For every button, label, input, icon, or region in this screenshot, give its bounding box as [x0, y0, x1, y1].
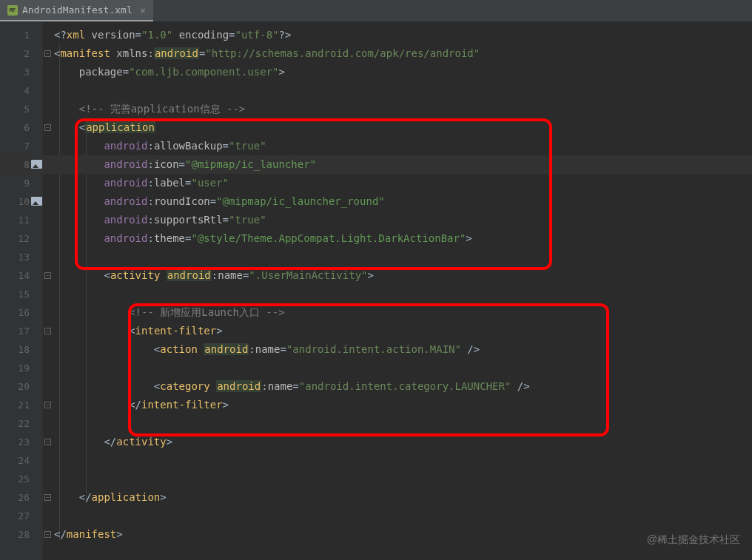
code-line: − <application [43, 118, 752, 137]
line-gutter: 1 2 3 4 5 6 7 8 9 10 11 12 13 14 15 16 1… [0, 22, 43, 560]
code-content[interactable]: <?xml version="1.0" encoding="utf-8"?> −… [43, 22, 752, 560]
fold-icon[interactable]: − [44, 439, 51, 445]
manifest-file-icon: MF [7, 5, 18, 16]
image-gutter-icon [31, 197, 42, 206]
fold-icon[interactable]: − [44, 402, 51, 408]
code-line: − <activity android:name=".UserMainActiv… [43, 266, 752, 285]
code-line-current: android:icon="@mipmap/ic_launcher" [43, 155, 752, 174]
image-gutter-icon [31, 160, 42, 169]
code-line [43, 451, 752, 470]
code-line [43, 359, 752, 377]
code-line: − </intent-filter> [43, 396, 752, 414]
code-line: android:roundIcon="@mipmap/ic_launcher_r… [43, 192, 752, 211]
editor[interactable]: 1 2 3 4 5 6 7 8 9 10 11 12 13 14 15 16 1… [0, 22, 752, 560]
tab-filename: AndroidManifest.xml [22, 4, 132, 16]
fold-icon[interactable]: − [44, 328, 51, 334]
code-line [43, 414, 752, 433]
code-line: android:label="user" [43, 174, 752, 192]
code-line: − </activity> [43, 433, 752, 451]
code-line [43, 81, 752, 100]
code-line: <!-- 完善application信息 --> [43, 100, 752, 118]
tab-bar: MF AndroidManifest.xml × [0, 0, 752, 22]
code-line [43, 470, 752, 488]
code-line: <category android:name="android.intent.c… [43, 377, 752, 396]
code-line: android:allowBackup="true" [43, 137, 752, 155]
fold-icon[interactable]: − [44, 50, 51, 57]
code-line: − </application> [43, 488, 752, 507]
code-line [43, 248, 752, 266]
code-line [43, 285, 752, 303]
code-line: −</manifest> [43, 525, 752, 544]
code-line: android:theme="@style/Theme.AppCompat.Li… [43, 229, 752, 248]
code-line: android:supportsRtl="true" [43, 211, 752, 229]
code-line: −<manifest xmlns:android="http://schemas… [43, 44, 752, 63]
code-line: <!-- 新增应用Launch入口 --> [43, 303, 752, 322]
code-line [43, 507, 752, 525]
code-line: <?xml version="1.0" encoding="utf-8"?> [43, 26, 752, 44]
watermark: @稀土掘金技术社区 [647, 533, 740, 547]
fold-icon[interactable]: − [44, 494, 51, 501]
code-line: package="com.ljb.component.user"> [43, 63, 752, 81]
code-line: <action android:name="android.intent.act… [43, 340, 752, 359]
code-line: − <intent-filter> [43, 322, 752, 340]
fold-icon[interactable]: − [44, 272, 51, 279]
close-icon[interactable]: × [140, 4, 146, 16]
fold-icon[interactable]: − [44, 124, 51, 131]
fold-icon[interactable]: − [44, 531, 51, 538]
file-tab[interactable]: MF AndroidManifest.xml × [0, 0, 153, 21]
